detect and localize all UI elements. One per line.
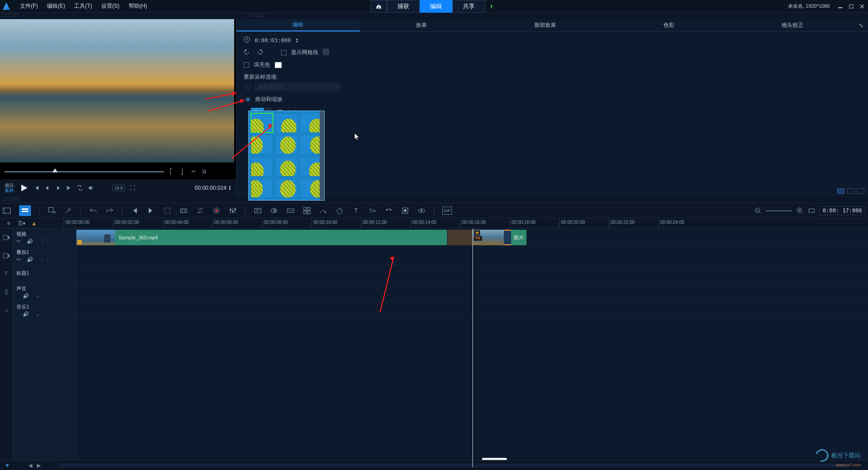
close-button[interactable]: [859, 3, 865, 10]
pz-preset-6[interactable]: [300, 135, 322, 155]
track-motion-icon[interactable]: [385, 207, 393, 215]
image-clip[interactable]: ★ FX 图片: [447, 230, 527, 245]
goto-end-icon[interactable]: [147, 207, 155, 215]
audio-mixer-icon[interactable]: [229, 207, 237, 215]
home-button[interactable]: [371, 0, 387, 13]
preview-timecode[interactable]: 00:00:00:024 ▲▼: [195, 185, 231, 191]
fill-color-swatch[interactable]: [275, 62, 282, 68]
chroma-icon[interactable]: [401, 207, 409, 215]
pz-preset-11[interactable]: [275, 178, 298, 198]
prop-tab-edit[interactable]: 编辑: [236, 19, 360, 31]
prop-tab-face[interactable]: 脸部效果: [484, 19, 607, 31]
pz-preset-7[interactable]: [251, 157, 273, 177]
scroll-up-icon[interactable]: ▲: [30, 219, 38, 227]
auto-music-icon[interactable]: [254, 207, 262, 215]
expand-icon[interactable]: ⌄: [35, 293, 40, 299]
expand-panel-icon[interactable]: ⤡: [854, 19, 868, 31]
aspect-display[interactable]: 16:9: [112, 185, 125, 191]
mark-in-icon[interactable]: ⎡: [170, 168, 176, 175]
motion-icon[interactable]: [319, 207, 327, 215]
expand-icon[interactable]: ⌄: [35, 311, 40, 317]
video-clip[interactable]: Sample_360.mp4: [76, 230, 447, 245]
scrub-marker-icon[interactable]: [52, 168, 58, 172]
link-icon[interactable]: ⚯: [16, 238, 20, 244]
tab-share[interactable]: 共享: [452, 0, 485, 13]
speed-icon[interactable]: [336, 207, 344, 215]
duration-stepper[interactable]: ▲▼: [295, 38, 298, 43]
duration-value[interactable]: 0:00:03:000: [255, 37, 291, 44]
zoom-clip-icon[interactable]: [180, 207, 188, 215]
prev-frame-icon[interactable]: [44, 185, 50, 191]
loop-icon[interactable]: [77, 185, 83, 191]
fit-zoom-icon[interactable]: [808, 207, 816, 215]
menu-edit[interactable]: 编辑(E): [42, 1, 70, 11]
link-icon[interactable]: ⚯: [16, 257, 20, 263]
timeline-playhead[interactable]: [472, 228, 473, 467]
menu-tools[interactable]: 工具(T): [70, 1, 96, 11]
rotate-ccw-icon[interactable]: [244, 49, 251, 56]
track-header-music[interactable]: 音乐1 🔊⌄: [13, 301, 76, 319]
prop-tab-lens[interactable]: 镜头校正: [731, 19, 854, 31]
track-header-video[interactable]: 视频 ⚯🔊⋮⋮: [13, 228, 76, 247]
audio-icon[interactable]: 🔊: [23, 293, 29, 299]
pz-preset-9[interactable]: [300, 157, 322, 177]
go-end-icon[interactable]: [66, 185, 72, 191]
prev-clip-icon[interactable]: ◀: [28, 462, 32, 469]
title-icon[interactable]: T: [352, 207, 360, 215]
zoom-slider[interactable]: [766, 210, 792, 212]
layout-preset-icon[interactable]: [857, 188, 864, 194]
lock-icon[interactable]: ⋮⋮: [40, 238, 50, 244]
redo-icon[interactable]: [105, 207, 114, 215]
timeline-timecode[interactable]: 0:00: 17:006: [819, 206, 865, 215]
panel-drag-handle-icon[interactable]: [0, 13, 18, 19]
menu-file[interactable]: 文件(F): [15, 1, 42, 11]
zoom-out-icon[interactable]: [754, 207, 762, 215]
pz-preset-8[interactable]: [275, 157, 298, 177]
mark-out-icon[interactable]: ⎦: [181, 168, 187, 175]
menu-settings[interactable]: 设置(S): [97, 1, 124, 11]
prop-tab-effect[interactable]: 效果: [360, 19, 484, 31]
upload-icon[interactable]: [485, 0, 498, 13]
track-header-voice[interactable]: 声音 🔊⌄: [13, 283, 76, 301]
minimize-button[interactable]: [837, 3, 843, 10]
panel-drag-handle-icon[interactable]: [0, 197, 18, 203]
grid-settings-icon[interactable]: [323, 49, 329, 56]
rotate-cw-icon[interactable]: [256, 49, 263, 56]
swap-icon[interactable]: [196, 207, 204, 215]
goto-start-icon[interactable]: [130, 207, 139, 215]
tab-capture[interactable]: 捕获: [387, 0, 420, 13]
timeline-view-icon[interactable]: [19, 205, 31, 216]
insert-media-icon[interactable]: [48, 207, 56, 215]
audio-icon[interactable]: 🔊: [27, 257, 33, 263]
layout-preset-icon[interactable]: [837, 188, 844, 194]
multicam-icon[interactable]: [303, 207, 311, 215]
pz-preset-10[interactable]: [251, 178, 273, 198]
subtitle-icon[interactable]: [286, 207, 295, 215]
track-header-overlay[interactable]: 叠加1 ⚯🔊⋮⋮: [13, 247, 76, 265]
track-menu-icon[interactable]: ≡: [5, 219, 13, 227]
maximize-button[interactable]: [848, 3, 854, 10]
360-icon[interactable]: [417, 207, 426, 215]
tab-edit[interactable]: 编辑: [420, 0, 452, 13]
tools-icon[interactable]: [64, 207, 72, 215]
popup-scrollbar[interactable]: [320, 111, 324, 200]
menu-help[interactable]: 帮助(H): [124, 1, 152, 11]
show-grid-checkbox[interactable]: [281, 50, 286, 56]
gif-export-icon[interactable]: GIF: [442, 207, 452, 215]
next-clip-icon[interactable]: ▶: [37, 462, 41, 469]
3d-title-icon[interactable]: T3D: [368, 207, 376, 215]
pz-preset-4[interactable]: [251, 135, 273, 155]
play-button[interactable]: [20, 183, 29, 192]
split-icon[interactable]: ✂: [191, 168, 198, 175]
pan-zoom-radio[interactable]: [246, 97, 251, 102]
pz-preset-12[interactable]: [300, 178, 322, 198]
pz-preset-3[interactable]: [300, 113, 322, 133]
crop-icon[interactable]: [163, 207, 171, 215]
lock-icon[interactable]: ⋮⋮: [40, 257, 50, 263]
go-start-icon[interactable]: [33, 185, 40, 191]
zoom-in-icon[interactable]: [796, 207, 804, 215]
panel-drag-handle-icon[interactable]: [246, 13, 264, 19]
ruler-body[interactable]: 00:00:00:0000:00:02:0000:00:04:0000:00:0…: [64, 218, 868, 228]
undo-icon[interactable]: [89, 207, 97, 215]
preview-viewport[interactable]: [0, 19, 234, 162]
